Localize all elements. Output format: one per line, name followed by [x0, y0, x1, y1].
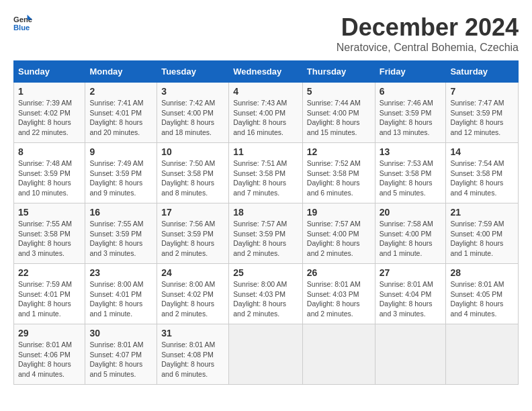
calendar-day-cell: 21Sunrise: 7:59 AM Sunset: 4:00 PM Dayli…: [446, 203, 519, 264]
calendar-day-cell: 11Sunrise: 7:51 AM Sunset: 3:58 PM Dayli…: [229, 143, 303, 203]
day-info: Sunrise: 7:59 AM Sunset: 4:01 PM Dayligh…: [18, 279, 81, 319]
day-info: Sunrise: 7:44 AM Sunset: 4:00 PM Dayligh…: [307, 98, 371, 138]
day-number: 15: [18, 207, 81, 218]
day-number: 12: [307, 146, 371, 157]
calendar-week-row: 8Sunrise: 7:48 AM Sunset: 3:59 PM Daylig…: [14, 143, 519, 203]
day-number: 2: [89, 86, 152, 97]
column-header-tuesday: Tuesday: [157, 61, 229, 83]
calendar-day-cell: 7Sunrise: 7:47 AM Sunset: 3:59 PM Daylig…: [446, 83, 519, 143]
day-number: 3: [161, 86, 224, 97]
calendar-day-cell: 6Sunrise: 7:46 AM Sunset: 3:59 PM Daylig…: [375, 83, 446, 143]
calendar-day-cell: 10Sunrise: 7:50 AM Sunset: 3:58 PM Dayli…: [157, 143, 229, 203]
day-number: 14: [450, 146, 514, 157]
day-number: 28: [450, 267, 514, 278]
day-info: Sunrise: 8:01 AM Sunset: 4:06 PM Dayligh…: [18, 340, 81, 379]
column-header-friday: Friday: [375, 61, 446, 83]
day-number: 4: [233, 86, 298, 97]
day-info: Sunrise: 7:49 AM Sunset: 3:59 PM Dayligh…: [89, 158, 152, 198]
day-number: 21: [450, 207, 514, 218]
calendar-day-cell: 3Sunrise: 7:42 AM Sunset: 4:00 PM Daylig…: [157, 83, 229, 143]
calendar-day-cell: 16Sunrise: 7:55 AM Sunset: 3:59 PM Dayli…: [85, 203, 157, 264]
day-number: 6: [380, 86, 442, 97]
day-info: Sunrise: 8:01 AM Sunset: 4:05 PM Dayligh…: [450, 279, 514, 319]
day-info: Sunrise: 8:01 AM Sunset: 4:04 PM Dayligh…: [380, 279, 442, 319]
day-number: 31: [161, 328, 224, 338]
calendar-day-cell: 1Sunrise: 7:39 AM Sunset: 4:02 PM Daylig…: [14, 83, 85, 143]
day-info: Sunrise: 7:39 AM Sunset: 4:02 PM Dayligh…: [18, 98, 81, 138]
calendar-day-cell: 15Sunrise: 7:55 AM Sunset: 3:58 PM Dayli…: [14, 203, 85, 264]
day-number: 8: [18, 146, 81, 157]
calendar-table: SundayMondayTuesdayWednesdayThursdayFrid…: [13, 60, 519, 385]
day-info: Sunrise: 7:51 AM Sunset: 3:58 PM Dayligh…: [233, 158, 298, 198]
day-number: 20: [380, 207, 442, 218]
location-subtitle: Neratovice, Central Bohemia, Czechia: [337, 42, 519, 54]
column-header-wednesday: Wednesday: [229, 61, 303, 83]
day-info: Sunrise: 8:00 AM Sunset: 4:03 PM Dayligh…: [233, 279, 298, 319]
calendar-day-cell: 23Sunrise: 8:00 AM Sunset: 4:01 PM Dayli…: [85, 264, 157, 324]
day-info: Sunrise: 7:58 AM Sunset: 4:00 PM Dayligh…: [380, 219, 442, 259]
day-info: Sunrise: 8:00 AM Sunset: 4:01 PM Dayligh…: [89, 279, 152, 319]
calendar-day-cell: 31Sunrise: 8:01 AM Sunset: 4:08 PM Dayli…: [157, 324, 229, 385]
day-info: Sunrise: 7:54 AM Sunset: 3:58 PM Dayligh…: [450, 158, 514, 198]
day-number: 25: [233, 267, 298, 278]
calendar-day-cell: 25Sunrise: 8:00 AM Sunset: 4:03 PM Dayli…: [229, 264, 303, 324]
day-number: 17: [161, 207, 224, 218]
day-info: Sunrise: 7:50 AM Sunset: 3:58 PM Dayligh…: [161, 158, 224, 198]
day-info: Sunrise: 8:01 AM Sunset: 4:03 PM Dayligh…: [307, 279, 371, 319]
calendar-day-cell: 26Sunrise: 8:01 AM Sunset: 4:03 PM Dayli…: [302, 264, 375, 324]
calendar-week-row: 15Sunrise: 7:55 AM Sunset: 3:58 PM Dayli…: [14, 203, 519, 264]
day-info: Sunrise: 7:55 AM Sunset: 3:58 PM Dayligh…: [18, 219, 81, 259]
day-number: 19: [307, 207, 371, 218]
calendar-day-cell: 30Sunrise: 8:01 AM Sunset: 4:07 PM Dayli…: [85, 324, 157, 385]
logo: General Blue: [13, 13, 32, 32]
calendar-day-cell: 12Sunrise: 7:52 AM Sunset: 3:58 PM Dayli…: [302, 143, 375, 203]
day-info: Sunrise: 7:42 AM Sunset: 4:00 PM Dayligh…: [161, 98, 224, 138]
column-header-thursday: Thursday: [302, 61, 375, 83]
calendar-day-cell: [446, 324, 519, 385]
calendar-day-cell: [375, 324, 446, 385]
calendar-day-cell: 22Sunrise: 7:59 AM Sunset: 4:01 PM Dayli…: [14, 264, 85, 324]
day-number: 29: [18, 328, 81, 338]
title-section: December 2024 Neratovice, Central Bohemi…: [337, 13, 519, 54]
svg-text:Blue: Blue: [13, 24, 30, 32]
column-header-monday: Monday: [85, 61, 157, 83]
logo-icon: General Blue: [13, 13, 32, 32]
calendar-day-cell: 8Sunrise: 7:48 AM Sunset: 3:59 PM Daylig…: [14, 143, 85, 203]
day-number: 30: [89, 328, 152, 338]
calendar-day-cell: 9Sunrise: 7:49 AM Sunset: 3:59 PM Daylig…: [85, 143, 157, 203]
day-number: 13: [380, 146, 442, 157]
day-number: 5: [307, 86, 371, 97]
calendar-day-cell: 29Sunrise: 8:01 AM Sunset: 4:06 PM Dayli…: [14, 324, 85, 385]
day-info: Sunrise: 7:47 AM Sunset: 3:59 PM Dayligh…: [450, 98, 514, 138]
day-number: 10: [161, 146, 224, 157]
calendar-week-row: 22Sunrise: 7:59 AM Sunset: 4:01 PM Dayli…: [14, 264, 519, 324]
day-number: 27: [380, 267, 442, 278]
day-number: 18: [233, 207, 298, 218]
calendar-day-cell: 17Sunrise: 7:56 AM Sunset: 3:59 PM Dayli…: [157, 203, 229, 264]
calendar-day-cell: 27Sunrise: 8:01 AM Sunset: 4:04 PM Dayli…: [375, 264, 446, 324]
calendar-day-cell: 2Sunrise: 7:41 AM Sunset: 4:01 PM Daylig…: [85, 83, 157, 143]
day-number: 9: [89, 146, 152, 157]
day-info: Sunrise: 7:55 AM Sunset: 3:59 PM Dayligh…: [89, 219, 152, 259]
calendar-day-cell: 18Sunrise: 7:57 AM Sunset: 3:59 PM Dayli…: [229, 203, 303, 264]
day-info: Sunrise: 7:52 AM Sunset: 3:58 PM Dayligh…: [307, 158, 371, 198]
day-info: Sunrise: 7:57 AM Sunset: 3:59 PM Dayligh…: [233, 219, 298, 259]
month-title: December 2024: [337, 13, 519, 42]
day-number: 22: [18, 267, 81, 278]
calendar-week-row: 29Sunrise: 8:01 AM Sunset: 4:06 PM Dayli…: [14, 324, 519, 385]
calendar-week-row: 1Sunrise: 7:39 AM Sunset: 4:02 PM Daylig…: [14, 83, 519, 143]
day-info: Sunrise: 7:53 AM Sunset: 3:58 PM Dayligh…: [380, 158, 442, 198]
day-info: Sunrise: 7:48 AM Sunset: 3:59 PM Dayligh…: [18, 158, 81, 198]
day-info: Sunrise: 8:00 AM Sunset: 4:02 PM Dayligh…: [161, 279, 224, 319]
day-number: 7: [450, 86, 514, 97]
day-info: Sunrise: 7:46 AM Sunset: 3:59 PM Dayligh…: [380, 98, 442, 138]
column-header-sunday: Sunday: [14, 61, 85, 83]
calendar-day-cell: 19Sunrise: 7:57 AM Sunset: 4:00 PM Dayli…: [302, 203, 375, 264]
day-number: 26: [307, 267, 371, 278]
calendar-day-cell: 24Sunrise: 8:00 AM Sunset: 4:02 PM Dayli…: [157, 264, 229, 324]
page-header: General Blue December 2024 Neratovice, C…: [13, 13, 519, 54]
day-info: Sunrise: 7:56 AM Sunset: 3:59 PM Dayligh…: [161, 219, 224, 259]
day-info: Sunrise: 7:59 AM Sunset: 4:00 PM Dayligh…: [450, 219, 514, 259]
calendar-day-cell: 5Sunrise: 7:44 AM Sunset: 4:00 PM Daylig…: [302, 83, 375, 143]
day-number: 24: [161, 267, 224, 278]
